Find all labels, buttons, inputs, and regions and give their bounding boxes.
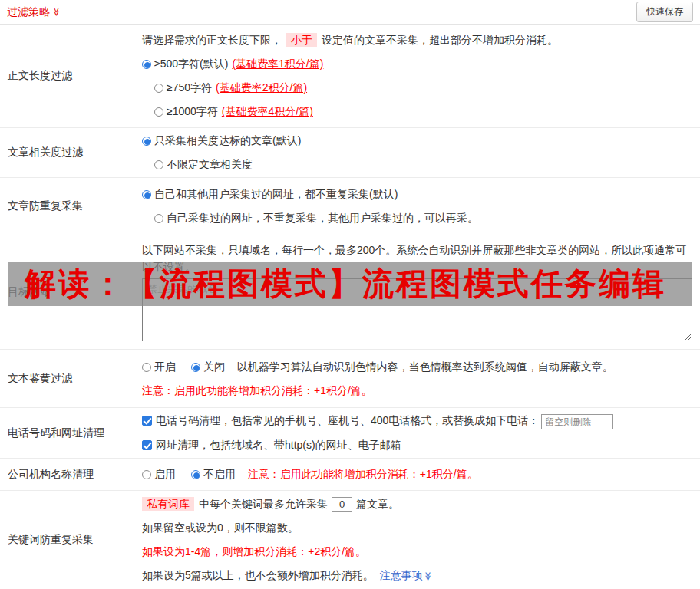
checkbox-icon[interactable]: [142, 416, 152, 426]
radio-icon[interactable]: [154, 160, 163, 169]
porn-filter-content: 开启 关闭 以机器学习算法自动识别色情内容，当色情概率达到系统阈值，自动屏蔽文章…: [134, 350, 700, 407]
porn-filter-description: 以机器学习算法自动识别色情内容，当色情概率达到系统阈值，自动屏蔽文章。: [237, 360, 613, 373]
dedup-filter-content: 自己和其他用户采集过的网址，都不重复采集(默认) 自己采集过的网址，不重复采集，…: [134, 178, 700, 235]
option-label: 网址清理，包括纯域名、带http(s)的网址、电子邮箱: [156, 439, 401, 451]
radio-icon[interactable]: [142, 60, 151, 69]
page-title: 过滤策略: [7, 5, 50, 19]
radio-icon[interactable]: [154, 214, 163, 223]
porn-option-on[interactable]: 开启: [142, 360, 176, 373]
limit-text: 中每个关键词最多允许采集: [199, 498, 328, 510]
company-clean-warning: 注意：启用此功能将增加积分消耗：+1积分/篇。: [248, 468, 478, 480]
fee-note: (基础费率1积分/篇): [232, 58, 323, 70]
option-label: 自己和其他用户采集过的网址，都不重复采集(默认): [154, 188, 398, 200]
radio-icon[interactable]: [154, 107, 163, 117]
length-option-1000[interactable]: ≥1000字符(基础费率4积分/篇): [154, 104, 692, 120]
option-label: 只采集相关度达标的文章(默认): [154, 134, 301, 146]
radio-icon[interactable]: [154, 84, 163, 93]
url-clean-option[interactable]: 网址清理，包括纯域名、带http(s)的网址、电子邮箱: [142, 437, 692, 453]
intro-suffix: 设定值的文章不采集，超出部分不增加积分消耗。: [322, 34, 558, 46]
option-label: 自己采集过的网址，不重复采集，其他用户采集过的，可以再采。: [167, 212, 478, 224]
length-filter-intro: 请选择需求的正文长度下限，小于设定值的文章不采集，超出部分不增加积分消耗。: [142, 32, 692, 48]
label-phone-url-clean: 电话号码和网址清理: [0, 408, 134, 458]
porn-filter-options: 开启 关闭 以机器学习算法自动识别色情内容，当色情概率达到系统阈值，自动屏蔽文章…: [142, 359, 692, 375]
keyword-note-empty: 如果留空或设为0，则不限篇数。: [142, 520, 692, 536]
row-keyword-dedup: 关键词防重复采集 私有词库中每个关键词最多允许采集篇文章。 如果留空或设为0，则…: [0, 491, 700, 589]
length-option-750[interactable]: ≥750字符(基础费率2积分/篇): [154, 80, 692, 96]
keyword-note-5plus: 如果设为5篇或以上，也不会额外增加积分消耗。注意事项≫: [142, 568, 692, 584]
company-clean-content: 启用 不启用 注意：启用此功能将增加积分消耗：+1积分/篇。: [134, 459, 700, 490]
radio-icon[interactable]: [142, 470, 151, 479]
porn-filter-warning: 注意：启用此功能将增加积分消耗：+1积分/篇。: [142, 383, 692, 399]
keyword-limit-input[interactable]: [332, 497, 352, 512]
radio-icon[interactable]: [191, 470, 200, 479]
relevance-option-strict[interactable]: 只采集相关度达标的文章(默认): [142, 133, 692, 149]
keyword-dedup-content: 私有词库中每个关键词最多允许采集篇文章。 如果留空或设为0，则不限篇数。 如果设…: [134, 491, 700, 589]
label-keyword-dedup: 关键词防重复采集: [0, 491, 134, 589]
option-label: 不启用: [203, 468, 236, 480]
phone-clean-option[interactable]: 电话号码清理，包括常见的手机号、座机号、400电话格式，或替换成如下电话：: [142, 413, 692, 429]
row-porn-filter: 文本鉴黄过滤 开启 关闭 以机器学习算法自动识别色情内容，当色情概率达到系统阈值…: [0, 350, 700, 408]
checkbox-icon[interactable]: [142, 440, 152, 450]
radio-icon[interactable]: [191, 363, 200, 372]
option-label: ≥500字符(默认): [154, 58, 228, 70]
row-dedup-filter: 文章防重复采集 自己和其他用户采集过的网址，都不重复采集(默认) 自己采集过的网…: [0, 178, 700, 235]
chevron-down-icon: ≫: [420, 571, 436, 581]
page-title-toggle[interactable]: 过滤策略 ≫: [7, 5, 61, 19]
radio-icon[interactable]: [142, 190, 151, 199]
option-label: 开启: [154, 360, 176, 373]
label-dedup-filter: 文章防重复采集: [0, 178, 134, 235]
link-label: 注意事项: [380, 569, 423, 581]
company-clean-options: 启用 不启用 注意：启用此功能将增加积分消耗：+1积分/篇。: [142, 466, 692, 482]
private-lexicon-tag: 私有词库: [142, 497, 194, 511]
option-label: 不限定文章相关度: [167, 158, 253, 170]
fee-note: (基础费率2积分/篇): [216, 81, 307, 94]
note-text: 如果设为5篇或以上，也不会额外增加积分消耗。: [142, 569, 374, 581]
fee-note: (基础费率4积分/篇): [222, 105, 313, 117]
keyword-note-1-4: 如果设为1-4篇，则增加积分消耗：+2积分/篇。: [142, 544, 692, 560]
topbar: 过滤策略 ≫ 快速保存: [0, 0, 700, 25]
relevance-filter-content: 只采集相关度达标的文章(默认) 不限定文章相关度: [134, 128, 700, 177]
company-option-on[interactable]: 启用: [142, 468, 176, 480]
filter-strategy-page: 过滤策略 ≫ 快速保存 正文长度过滤 请选择需求的正文长度下限，小于设定值的文章…: [0, 0, 700, 589]
notice-link[interactable]: 注意事项≫: [380, 569, 433, 581]
length-filter-content: 请选择需求的正文长度下限，小于设定值的文章不采集，超出部分不增加积分消耗。 ≥5…: [134, 25, 700, 127]
option-label: 启用: [154, 468, 176, 480]
label-length-filter: 正文长度过滤: [0, 25, 134, 127]
quick-save-button[interactable]: 快速保存: [636, 2, 693, 22]
label-relevance-filter: 文章相关度过滤: [0, 128, 134, 177]
radio-icon[interactable]: [142, 137, 151, 146]
dedup-option-global[interactable]: 自己和其他用户采集过的网址，都不重复采集(默认): [142, 186, 692, 202]
dedup-option-self[interactable]: 自己采集过的网址，不重复采集，其他用户采集过的，可以再采。: [154, 210, 692, 226]
less-than-highlight: 小于: [286, 33, 317, 47]
overlay-text: 解读：【流程图模式】流程图模式任务编辑: [8, 263, 666, 305]
label-porn-filter: 文本鉴黄过滤: [0, 350, 134, 407]
phone-url-clean-content: 电话号码清理，包括常见的手机号、座机号、400电话格式，或替换成如下电话： 网址…: [134, 408, 700, 458]
radio-icon[interactable]: [142, 363, 151, 372]
length-option-500[interactable]: ≥500字符(默认)(基础费率1积分/篇): [142, 56, 692, 72]
intro-prefix: 请选择需求的正文长度下限，: [142, 34, 282, 46]
row-phone-url-clean: 电话号码和网址清理 电话号码清理，包括常见的手机号、座机号、400电话格式，或替…: [0, 408, 700, 459]
replacement-phone-input[interactable]: [541, 414, 613, 429]
row-length-filter: 正文长度过滤 请选择需求的正文长度下限，小于设定值的文章不采集，超出部分不增加积…: [0, 25, 700, 128]
label-company-clean: 公司机构名称清理: [0, 459, 134, 490]
chevron-down-icon: ≫: [51, 8, 61, 17]
keyword-limit-line: 私有词库中每个关键词最多允许采集篇文章。: [142, 496, 692, 512]
porn-option-off[interactable]: 关闭: [191, 360, 225, 373]
option-label: 电话号码清理，包括常见的手机号、座机号、400电话格式，或替换成如下电话：: [156, 414, 539, 426]
row-company-clean: 公司机构名称清理 启用 不启用 注意：启用此功能将增加积分消耗：+1积分/篇。: [0, 459, 700, 491]
limit-suffix: 篇文章。: [356, 498, 399, 510]
relevance-option-any[interactable]: 不限定文章相关度: [154, 156, 692, 173]
option-label: ≥1000字符: [167, 105, 218, 117]
row-relevance-filter: 文章相关度过滤 只采集相关度达标的文章(默认) 不限定文章相关度: [0, 128, 700, 178]
overlay-banner: 解读：【流程图模式】流程图模式任务编辑: [8, 262, 692, 306]
option-label: 关闭: [203, 360, 225, 373]
option-label: ≥750字符: [167, 81, 212, 94]
company-option-off[interactable]: 不启用: [191, 468, 236, 480]
